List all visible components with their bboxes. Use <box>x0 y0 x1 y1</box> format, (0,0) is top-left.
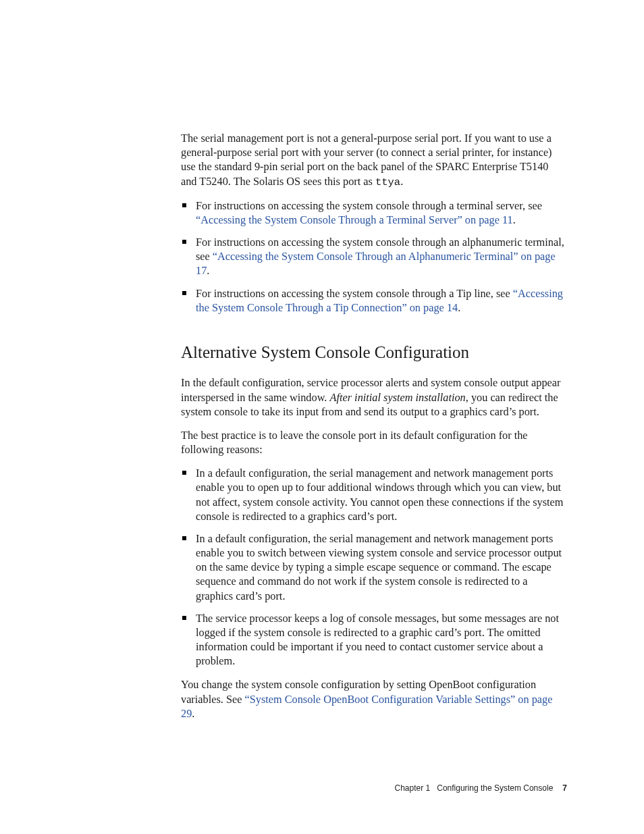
section-p1-emphasis: After initial system installation <box>330 391 466 404</box>
reason-1-text: In a default configuration, the serial m… <box>196 467 563 523</box>
section-heading: Alternative System Console Configuration <box>181 342 566 364</box>
list-item: The service processor keeps a log of con… <box>181 611 566 669</box>
access-instructions-list: For instructions on accessing the system… <box>181 199 566 315</box>
section-paragraph-2: The best practice is to leave the consol… <box>181 428 566 457</box>
link-terminal-server[interactable]: “Accessing the System Console Through a … <box>196 213 513 226</box>
bullet1-pre: For instructions on accessing the system… <box>196 199 542 212</box>
reason-2-text: In a default configuration, the serial m… <box>196 532 562 602</box>
bullet2-post: . <box>207 264 209 277</box>
closing-paragraph: You change the system console configurat… <box>181 677 566 721</box>
reasons-list: In a default configuration, the serial m… <box>181 466 566 668</box>
section-paragraph-1: In the default configuration, service pr… <box>181 375 566 419</box>
intro-text-a: The serial management port is not a gene… <box>181 132 552 188</box>
reason-3-text: The service processor keeps a log of con… <box>196 612 559 668</box>
footer-inner: Chapter 1 Configuring the System Console… <box>395 783 568 793</box>
footer-page-number: 7 <box>562 783 567 793</box>
footer-title: Configuring the System Console <box>437 783 553 793</box>
list-item: In a default configuration, the serial m… <box>181 466 566 523</box>
bullet3-post: . <box>458 301 460 314</box>
footer-chapter: Chapter 1 <box>395 783 431 793</box>
body-text-column: The serial management port is not a gene… <box>181 131 566 730</box>
intro-paragraph: The serial management port is not a gene… <box>181 131 566 189</box>
link-alphanumeric-terminal[interactable]: “Accessing the System Console Through an… <box>196 250 556 277</box>
list-item: For instructions on accessing the system… <box>181 286 566 315</box>
bullet3-pre: For instructions on accessing the system… <box>196 287 513 300</box>
list-item: For instructions on accessing the system… <box>181 199 566 227</box>
page: The serial management port is not a gene… <box>0 0 644 834</box>
intro-text-b: . <box>400 175 403 188</box>
list-item: For instructions on accessing the system… <box>181 235 566 278</box>
list-item: In a default configuration, the serial m… <box>181 531 566 603</box>
bullet1-post: . <box>513 213 516 226</box>
tty-code: ttya <box>375 176 400 188</box>
closing-post: . <box>192 707 194 720</box>
